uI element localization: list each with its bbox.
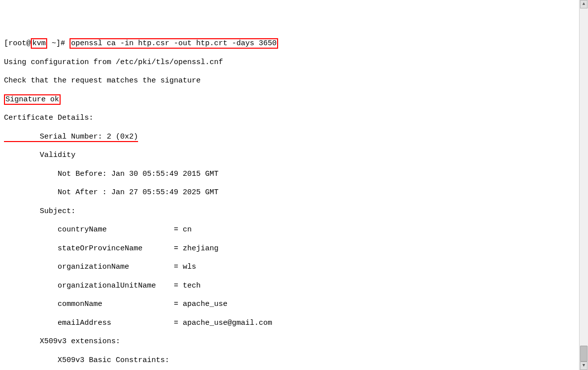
terminal-line: commonName = apache_use	[4, 300, 584, 309]
terminal-line: Check that the request matches the signa…	[4, 76, 584, 86]
scrollbar-thumb[interactable]	[580, 346, 588, 362]
signature-ok-highlight: Signature ok	[4, 94, 61, 105]
prompt-prefix: [root@	[4, 39, 31, 48]
terminal-line: Certificate Details:	[4, 114, 584, 123]
terminal-line: X509v3 Basic Constraints:	[4, 356, 584, 366]
terminal-line: organizationName = wls	[4, 263, 584, 272]
terminal-line: Signature ok	[4, 95, 584, 105]
vertical-scrollbar[interactable]: ▲ ▼	[579, 0, 588, 370]
terminal-line: organizationalUnitName = tech	[4, 282, 584, 291]
terminal-line: [root@kvm ~]# openssl ca -in htp.csr -ou…	[4, 39, 584, 49]
scroll-down-arrow-icon[interactable]: ▼	[580, 362, 588, 370]
terminal-line: Serial Number: 2 (0x2)	[4, 133, 584, 142]
terminal-line: countryName = cn	[4, 225, 584, 235]
terminal-line: emailAddress = apache_use@gmail.com	[4, 319, 584, 328]
hostname-highlight: kvm	[31, 38, 47, 49]
serial-number-underline: Serial Number: 2 (0x2)	[4, 133, 138, 142]
terminal-line: Not After : Jan 27 05:55:49 2025 GMT	[4, 188, 584, 198]
prompt-suffix: ~]#	[47, 39, 70, 48]
terminal-line: Validity	[4, 151, 584, 160]
terminal-line: Subject:	[4, 207, 584, 217]
terminal-line: X509v3 extensions:	[4, 337, 584, 347]
terminal-line: stateOrProvinceName = zhejiang	[4, 244, 584, 254]
terminal-line: Using configuration from /etc/pki/tls/op…	[4, 58, 584, 68]
terminal-line: Not Before: Jan 30 05:55:49 2015 GMT	[4, 170, 584, 179]
command-highlight: openssl ca -in htp.csr -out htp.crt -day…	[70, 38, 278, 49]
scroll-up-arrow-icon[interactable]: ▲	[580, 0, 588, 8]
